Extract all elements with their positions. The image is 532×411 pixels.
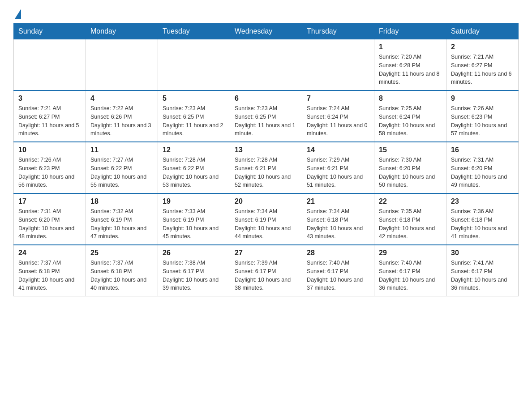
weekday-header-tuesday: Tuesday [158, 24, 230, 39]
day-info: Sunrise: 7:32 AMSunset: 6:19 PMDaylight:… [90, 207, 153, 241]
day-number: 10 [18, 146, 81, 154]
weekday-header-saturday: Saturday [446, 24, 519, 39]
day-number: 16 [451, 146, 514, 154]
day-info: Sunrise: 7:34 AMSunset: 6:19 PMDaylight:… [235, 207, 297, 241]
calendar-day-cell [86, 39, 158, 91]
calendar-day-cell: 29Sunrise: 7:40 AMSunset: 6:17 PMDayligh… [374, 245, 446, 296]
day-info: Sunrise: 7:37 AMSunset: 6:18 PMDaylight:… [18, 259, 81, 292]
logo [13, 9, 21, 16]
calendar-day-cell: 26Sunrise: 7:38 AMSunset: 6:17 PMDayligh… [158, 245, 230, 296]
weekday-header-thursday: Thursday [302, 24, 374, 39]
calendar-day-cell: 28Sunrise: 7:40 AMSunset: 6:17 PMDayligh… [302, 245, 374, 296]
calendar-day-cell: 10Sunrise: 7:26 AMSunset: 6:23 PMDayligh… [14, 142, 86, 193]
day-number: 24 [18, 249, 81, 257]
calendar-day-cell: 3Sunrise: 7:21 AMSunset: 6:27 PMDaylight… [14, 90, 86, 142]
day-info: Sunrise: 7:34 AMSunset: 6:18 PMDaylight:… [307, 207, 369, 241]
day-number: 6 [235, 94, 297, 103]
day-info: Sunrise: 7:33 AMSunset: 6:19 PMDaylight:… [163, 207, 225, 241]
calendar-week-row: 17Sunrise: 7:31 AMSunset: 6:20 PMDayligh… [14, 193, 519, 245]
day-info: Sunrise: 7:28 AMSunset: 6:21 PMDaylight:… [235, 156, 297, 189]
calendar-day-cell: 30Sunrise: 7:41 AMSunset: 6:17 PMDayligh… [446, 245, 519, 296]
calendar-day-cell: 24Sunrise: 7:37 AMSunset: 6:18 PMDayligh… [14, 245, 86, 296]
calendar-day-cell: 9Sunrise: 7:26 AMSunset: 6:23 PMDaylight… [446, 90, 519, 142]
calendar-day-cell: 4Sunrise: 7:22 AMSunset: 6:26 PMDaylight… [86, 90, 158, 142]
day-number: 22 [379, 197, 442, 206]
calendar-day-cell: 21Sunrise: 7:34 AMSunset: 6:18 PMDayligh… [302, 193, 374, 245]
day-info: Sunrise: 7:21 AMSunset: 6:27 PMDaylight:… [451, 53, 514, 86]
day-number: 15 [379, 146, 442, 154]
day-info: Sunrise: 7:23 AMSunset: 6:25 PMDaylight:… [235, 104, 297, 138]
day-number: 1 [379, 43, 442, 51]
calendar-day-cell: 16Sunrise: 7:31 AMSunset: 6:20 PMDayligh… [446, 142, 519, 193]
day-info: Sunrise: 7:36 AMSunset: 6:18 PMDaylight:… [451, 207, 514, 241]
calendar-day-cell: 13Sunrise: 7:28 AMSunset: 6:21 PMDayligh… [230, 142, 302, 193]
weekday-header-friday: Friday [374, 24, 446, 39]
day-info: Sunrise: 7:23 AMSunset: 6:25 PMDaylight:… [163, 104, 225, 138]
calendar-day-cell: 11Sunrise: 7:27 AMSunset: 6:22 PMDayligh… [86, 142, 158, 193]
day-info: Sunrise: 7:21 AMSunset: 6:27 PMDaylight:… [18, 104, 81, 138]
calendar-table: SundayMondayTuesdayWednesdayThursdayFrid… [13, 23, 519, 296]
calendar-day-cell: 6Sunrise: 7:23 AMSunset: 6:25 PMDaylight… [230, 90, 302, 142]
calendar-day-cell: 23Sunrise: 7:36 AMSunset: 6:18 PMDayligh… [446, 193, 519, 245]
day-info: Sunrise: 7:38 AMSunset: 6:17 PMDaylight:… [163, 259, 225, 292]
day-number: 17 [18, 197, 81, 206]
day-info: Sunrise: 7:20 AMSunset: 6:28 PMDaylight:… [379, 53, 442, 86]
day-number: 29 [379, 249, 442, 257]
day-number: 21 [307, 197, 369, 206]
calendar-day-cell: 19Sunrise: 7:33 AMSunset: 6:19 PMDayligh… [158, 193, 230, 245]
calendar-day-cell [158, 39, 230, 91]
day-number: 26 [163, 249, 225, 257]
day-info: Sunrise: 7:26 AMSunset: 6:23 PMDaylight:… [18, 156, 81, 189]
day-number: 23 [451, 197, 514, 206]
day-number: 27 [235, 249, 297, 257]
calendar-day-cell: 22Sunrise: 7:35 AMSunset: 6:18 PMDayligh… [374, 193, 446, 245]
day-info: Sunrise: 7:24 AMSunset: 6:24 PMDaylight:… [307, 104, 369, 138]
calendar-day-cell: 8Sunrise: 7:25 AMSunset: 6:24 PMDaylight… [374, 90, 446, 142]
day-info: Sunrise: 7:35 AMSunset: 6:18 PMDaylight:… [379, 207, 442, 241]
day-number: 7 [307, 94, 369, 103]
weekday-header-monday: Monday [86, 24, 158, 39]
calendar-day-cell: 25Sunrise: 7:37 AMSunset: 6:18 PMDayligh… [86, 245, 158, 296]
day-info: Sunrise: 7:22 AMSunset: 6:26 PMDaylight:… [90, 104, 153, 138]
day-number: 11 [90, 146, 153, 154]
day-info: Sunrise: 7:30 AMSunset: 6:20 PMDaylight:… [379, 156, 442, 189]
weekday-header-wednesday: Wednesday [230, 24, 302, 39]
day-info: Sunrise: 7:29 AMSunset: 6:21 PMDaylight:… [307, 156, 369, 189]
calendar-day-cell: 18Sunrise: 7:32 AMSunset: 6:19 PMDayligh… [86, 193, 158, 245]
calendar-week-row: 24Sunrise: 7:37 AMSunset: 6:18 PMDayligh… [14, 245, 519, 296]
day-info: Sunrise: 7:40 AMSunset: 6:17 PMDaylight:… [379, 259, 442, 292]
calendar-day-cell: 14Sunrise: 7:29 AMSunset: 6:21 PMDayligh… [302, 142, 374, 193]
day-number: 3 [18, 94, 81, 103]
day-number: 12 [163, 146, 225, 154]
day-number: 13 [235, 146, 297, 154]
calendar-week-row: 10Sunrise: 7:26 AMSunset: 6:23 PMDayligh… [14, 142, 519, 193]
calendar-day-cell: 5Sunrise: 7:23 AMSunset: 6:25 PMDaylight… [158, 90, 230, 142]
day-number: 18 [90, 197, 153, 206]
day-info: Sunrise: 7:41 AMSunset: 6:17 PMDaylight:… [451, 259, 514, 292]
calendar-day-cell: 7Sunrise: 7:24 AMSunset: 6:24 PMDaylight… [302, 90, 374, 142]
weekday-header-sunday: Sunday [14, 24, 86, 39]
calendar-day-cell [14, 39, 86, 91]
day-number: 8 [379, 94, 442, 103]
calendar-week-row: 3Sunrise: 7:21 AMSunset: 6:27 PMDaylight… [14, 90, 519, 142]
day-number: 4 [90, 94, 153, 103]
calendar-day-cell: 27Sunrise: 7:39 AMSunset: 6:17 PMDayligh… [230, 245, 302, 296]
calendar-day-cell: 15Sunrise: 7:30 AMSunset: 6:20 PMDayligh… [374, 142, 446, 193]
calendar-day-cell: 2Sunrise: 7:21 AMSunset: 6:27 PMDaylight… [446, 39, 519, 91]
logo-triangle-icon [15, 9, 21, 19]
day-number: 25 [90, 249, 153, 257]
day-number: 2 [451, 43, 514, 51]
day-number: 30 [451, 249, 514, 257]
calendar-day-cell: 12Sunrise: 7:28 AMSunset: 6:22 PMDayligh… [158, 142, 230, 193]
day-number: 14 [307, 146, 369, 154]
day-info: Sunrise: 7:39 AMSunset: 6:17 PMDaylight:… [235, 259, 297, 292]
calendar-day-cell [302, 39, 374, 91]
day-info: Sunrise: 7:28 AMSunset: 6:22 PMDaylight:… [163, 156, 225, 189]
calendar-day-cell: 17Sunrise: 7:31 AMSunset: 6:20 PMDayligh… [14, 193, 86, 245]
calendar-day-cell: 1Sunrise: 7:20 AMSunset: 6:28 PMDaylight… [374, 39, 446, 91]
calendar-week-row: 1Sunrise: 7:20 AMSunset: 6:28 PMDaylight… [14, 39, 519, 91]
day-info: Sunrise: 7:40 AMSunset: 6:17 PMDaylight:… [307, 259, 369, 292]
day-info: Sunrise: 7:27 AMSunset: 6:22 PMDaylight:… [90, 156, 153, 189]
calendar-day-cell: 20Sunrise: 7:34 AMSunset: 6:19 PMDayligh… [230, 193, 302, 245]
day-info: Sunrise: 7:37 AMSunset: 6:18 PMDaylight:… [90, 259, 153, 292]
